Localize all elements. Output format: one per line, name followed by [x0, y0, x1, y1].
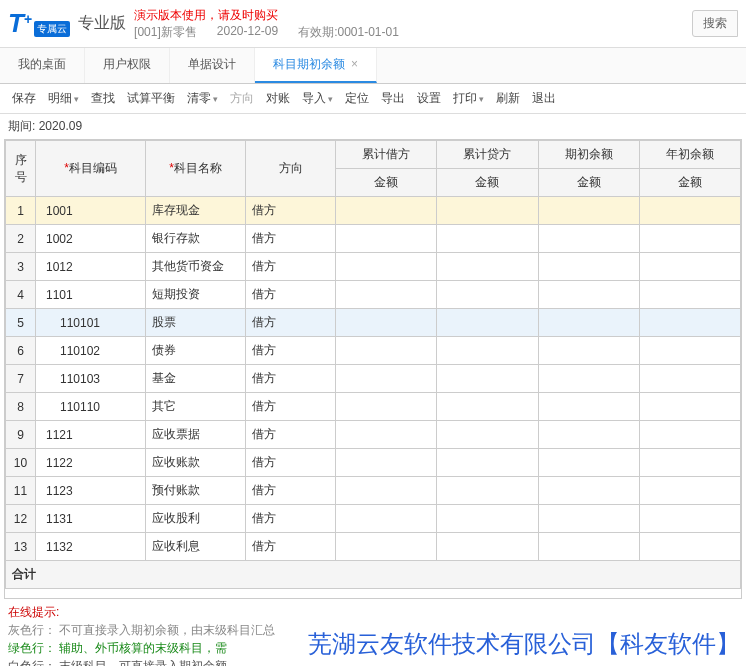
cell-opening[interactable] [538, 197, 639, 225]
export-button[interactable]: 导出 [377, 90, 409, 107]
cell-opening[interactable] [538, 477, 639, 505]
cell-code[interactable]: 1101 [36, 281, 146, 309]
table-row[interactable]: 31012其他货币资金借方 [6, 253, 741, 281]
cell-dir[interactable]: 借方 [246, 393, 336, 421]
cell-dir[interactable]: 借方 [246, 533, 336, 561]
cell-dir[interactable]: 借方 [246, 365, 336, 393]
cell-name[interactable]: 应收利息 [146, 533, 246, 561]
table-row[interactable]: 111123预付账款借方 [6, 477, 741, 505]
cell-cum-debit[interactable] [336, 393, 437, 421]
cell-cum-credit[interactable] [437, 225, 538, 253]
cell-cum-debit[interactable] [336, 477, 437, 505]
cell-code[interactable]: 1131 [36, 505, 146, 533]
cell-cum-credit[interactable] [437, 337, 538, 365]
demo-notice[interactable]: 演示版本使用，请及时购买 [134, 7, 399, 24]
balance-button[interactable]: 试算平衡 [123, 90, 179, 107]
cell-code[interactable]: 110101 [36, 309, 146, 337]
cell-dir[interactable]: 借方 [246, 449, 336, 477]
cell-cum-debit[interactable] [336, 365, 437, 393]
cell-cum-debit[interactable] [336, 253, 437, 281]
cell-cum-debit[interactable] [336, 421, 437, 449]
cell-opening[interactable] [538, 449, 639, 477]
cell-year-open[interactable] [639, 281, 740, 309]
cell-year-open[interactable] [639, 421, 740, 449]
cell-opening[interactable] [538, 253, 639, 281]
clear-button[interactable]: 清零 [183, 90, 222, 107]
locate-button[interactable]: 定位 [341, 90, 373, 107]
search-button[interactable]: 搜索 [692, 10, 738, 37]
col-cum-debit[interactable]: 累计借方 [336, 141, 437, 169]
close-icon[interactable]: × [351, 57, 358, 71]
cell-year-open[interactable] [639, 253, 740, 281]
refresh-button[interactable]: 刷新 [492, 90, 524, 107]
cell-cum-credit[interactable] [437, 281, 538, 309]
cell-name[interactable]: 其它 [146, 393, 246, 421]
cell-code[interactable]: 1123 [36, 477, 146, 505]
cell-name[interactable]: 股票 [146, 309, 246, 337]
cell-year-open[interactable] [639, 533, 740, 561]
col-cum-credit[interactable]: 累计贷方 [437, 141, 538, 169]
cell-dir[interactable]: 借方 [246, 225, 336, 253]
cell-cum-credit[interactable] [437, 421, 538, 449]
cell-dir[interactable]: 借方 [246, 197, 336, 225]
cell-cum-debit[interactable] [336, 309, 437, 337]
col-dir[interactable]: 方向 [246, 141, 336, 197]
col-opening[interactable]: 期初余额 [538, 141, 639, 169]
col-idx[interactable]: 序号 [6, 141, 36, 197]
col-amount[interactable]: 金额 [639, 169, 740, 197]
cell-year-open[interactable] [639, 393, 740, 421]
cell-cum-debit[interactable] [336, 281, 437, 309]
table-row[interactable]: 6110102债券借方 [6, 337, 741, 365]
cell-code[interactable]: 110102 [36, 337, 146, 365]
cell-cum-debit[interactable] [336, 197, 437, 225]
cell-cum-credit[interactable] [437, 365, 538, 393]
cell-code[interactable]: 1002 [36, 225, 146, 253]
search-button[interactable]: 查找 [87, 90, 119, 107]
cell-code[interactable]: 110110 [36, 393, 146, 421]
col-amount[interactable]: 金额 [336, 169, 437, 197]
reconcile-button[interactable]: 对账 [262, 90, 294, 107]
table-row[interactable]: 121131应收股利借方 [6, 505, 741, 533]
cell-year-open[interactable] [639, 197, 740, 225]
cell-cum-debit[interactable] [336, 449, 437, 477]
table-row[interactable]: 101122应收账款借方 [6, 449, 741, 477]
table-row[interactable]: 21002银行存款借方 [6, 225, 741, 253]
cell-cum-credit[interactable] [437, 449, 538, 477]
cell-name[interactable]: 债券 [146, 337, 246, 365]
cell-name[interactable]: 应收股利 [146, 505, 246, 533]
cell-opening[interactable] [538, 505, 639, 533]
cell-dir[interactable]: 借方 [246, 421, 336, 449]
table-row[interactable]: 7110103基金借方 [6, 365, 741, 393]
table-row[interactable]: 91121应收票据借方 [6, 421, 741, 449]
cell-cum-debit[interactable] [336, 337, 437, 365]
cell-cum-credit[interactable] [437, 253, 538, 281]
cell-year-open[interactable] [639, 477, 740, 505]
cell-name[interactable]: 应收账款 [146, 449, 246, 477]
cell-code[interactable]: 1132 [36, 533, 146, 561]
cell-dir[interactable]: 借方 [246, 281, 336, 309]
cell-dir[interactable]: 借方 [246, 253, 336, 281]
col-amount[interactable]: 金额 [538, 169, 639, 197]
col-name[interactable]: *科目名称 [146, 141, 246, 197]
cell-name[interactable]: 应收票据 [146, 421, 246, 449]
cell-opening[interactable] [538, 309, 639, 337]
cell-cum-credit[interactable] [437, 393, 538, 421]
cell-name[interactable]: 银行存款 [146, 225, 246, 253]
cell-code[interactable]: 110103 [36, 365, 146, 393]
cell-dir[interactable]: 借方 [246, 337, 336, 365]
print-button[interactable]: 打印 [449, 90, 488, 107]
exit-button[interactable]: 退出 [528, 90, 560, 107]
cell-year-open[interactable] [639, 225, 740, 253]
cell-year-open[interactable] [639, 309, 740, 337]
detail-button[interactable]: 明细 [44, 90, 83, 107]
cell-dir[interactable]: 借方 [246, 309, 336, 337]
table-row[interactable]: 5110101股票借方 [6, 309, 741, 337]
table-row[interactable]: 131132应收利息借方 [6, 533, 741, 561]
cell-opening[interactable] [538, 533, 639, 561]
cell-code[interactable]: 1122 [36, 449, 146, 477]
cell-name[interactable]: 短期投资 [146, 281, 246, 309]
tab-permissions[interactable]: 用户权限 [85, 48, 170, 83]
cell-cum-debit[interactable] [336, 225, 437, 253]
cell-opening[interactable] [538, 337, 639, 365]
cell-opening[interactable] [538, 393, 639, 421]
